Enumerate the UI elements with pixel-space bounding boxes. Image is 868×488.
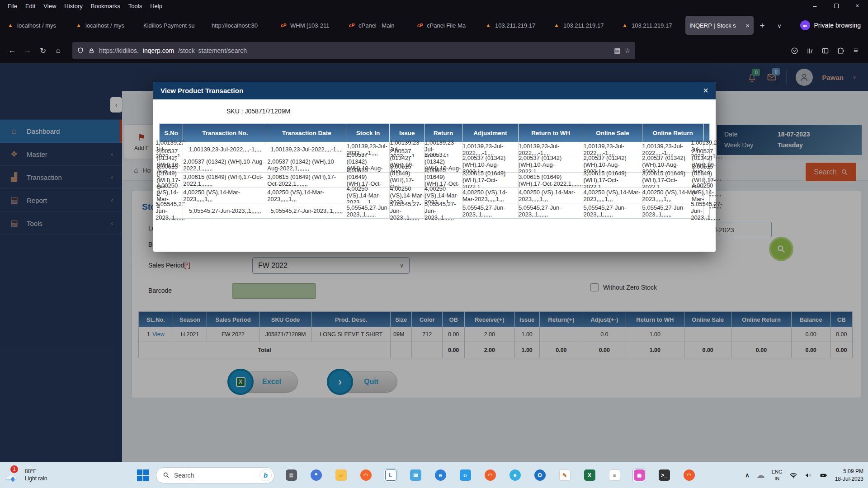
browser-tab[interactable]: cPanel - Main	[344, 16, 412, 35]
menu-item[interactable]: File	[4, 2, 21, 10]
page-viewport: 0 0 Pawan ∨ ⌂ Dashboard	[0, 63, 868, 462]
tray-chevron-up-icon[interactable]: ∧	[745, 472, 750, 479]
browser-tab[interactable]: WHM [103-211	[276, 16, 344, 35]
menu-item[interactable]: History	[60, 2, 86, 10]
tab-title: cPanel - Main	[359, 22, 405, 29]
taskbar-app-button[interactable]: O	[533, 469, 547, 482]
system-tray: ∧ ☁ ENG IN 5:09 PM 18-Jul-2023	[745, 462, 863, 488]
edge-icon: e	[435, 469, 446, 481]
tab-bar: localhost / mys localhost / mys Kidilios…	[0, 12, 868, 38]
menu-item[interactable]: Edit	[21, 2, 39, 10]
condition: Light rain	[25, 475, 47, 482]
tab-list-button[interactable]: ∨	[772, 18, 787, 33]
bing-icon[interactable]: b	[259, 469, 272, 481]
forward-button[interactable]: →	[20, 43, 35, 58]
tab-favicon	[348, 23, 355, 28]
transaction-table-cell: 5,05545,27-Jun-2023,,1,,,,,,	[390, 203, 425, 219]
volume-icon[interactable]	[804, 471, 812, 479]
url-bar[interactable]: https://kidilios.inqerp.com/stock_statem…	[72, 42, 635, 59]
browser-tab[interactable]: 103.211.219.17	[617, 16, 685, 35]
notepad-icon: ≡	[609, 469, 620, 481]
battery-icon[interactable]	[819, 471, 828, 479]
extensions-puzzle-icon[interactable]	[833, 43, 848, 58]
new-tab-button[interactable]: +	[755, 18, 770, 33]
weather-widget[interactable]: ☁ 1 88°F Light rain	[5, 462, 47, 488]
taskbar-app-button[interactable]: ◠	[483, 469, 497, 482]
wifi-icon[interactable]	[789, 471, 797, 479]
taskbar-app-button[interactable]: ≡	[608, 469, 621, 482]
transaction-header-cell: Online Sale	[583, 124, 642, 142]
close-window-button[interactable]: ×	[847, 0, 868, 12]
home-button[interactable]: ⌂	[51, 43, 66, 58]
transaction-header-cell: Transaction Date	[267, 124, 346, 142]
taskbar-app-button[interactable]: e	[508, 469, 522, 482]
close-icon[interactable]: ×	[703, 85, 708, 96]
start-button[interactable]	[135, 468, 151, 483]
menu-item[interactable]: View	[39, 2, 60, 10]
firefox-icon: ◠	[360, 469, 372, 481]
browser-tab[interactable]: 103.211.219.17	[481, 16, 549, 35]
pocket-icon[interactable]	[787, 43, 802, 58]
browser-tab[interactable]: http://localhost:30	[208, 16, 276, 35]
tab-favicon	[621, 22, 628, 28]
taskbar-app-button[interactable]: ◠	[359, 469, 373, 482]
private-browsing-label: Private browsing	[814, 22, 861, 29]
shield-icon[interactable]	[77, 47, 84, 54]
taskbar-search[interactable]: Search b	[156, 467, 274, 483]
browser-tab[interactable]: INQERP | Stock s ×	[685, 16, 754, 35]
modal-title: View Product Transaction	[160, 87, 243, 94]
tab-favicon	[75, 22, 82, 28]
private-browsing-badge: ∞ Private browsing	[800, 20, 861, 30]
taskbar-app-button[interactable]: >_	[657, 469, 671, 482]
back-button[interactable]: ←	[5, 43, 20, 58]
search-icon	[163, 472, 170, 479]
taskbar-app-button[interactable]: ◠	[682, 469, 696, 482]
menu-item[interactable]: Bookmarks	[87, 2, 124, 10]
language-indicator[interactable]: ENG IN	[772, 469, 783, 482]
taskbar-app-button[interactable]: ▰	[334, 469, 348, 482]
tab-title: INQERP | Stock s	[689, 22, 742, 29]
taskbar-app-button[interactable]: ✉	[409, 469, 422, 482]
transaction-table-cell: 1,00139,23-Jul-2022,,,,-1,,,,	[183, 142, 267, 157]
tab-title: localhost / mys	[85, 22, 132, 29]
browser-tab[interactable]: cPanel File Ma	[412, 16, 481, 35]
menu-hamburger-icon[interactable]: ≡	[848, 43, 863, 58]
clock-widget[interactable]: 5:09 PM 18-Jul-2023	[835, 468, 863, 483]
taskbar-app-button[interactable]: L	[384, 469, 397, 482]
menu-item[interactable]: Tools	[124, 2, 146, 10]
browser-tab[interactable]: Kidilios Payment su	[139, 16, 208, 35]
reload-button[interactable]: ↻	[35, 43, 51, 58]
transaction-table-cell: 5,05545,27-Jun-2023,,1,,,,,,	[425, 203, 462, 219]
taskbar-app-button[interactable]: ≣	[284, 469, 298, 482]
reader-mode-icon[interactable]: ▤	[614, 47, 620, 55]
browser-tab[interactable]: localhost / mys	[3, 16, 71, 35]
edge-dev-icon: e	[509, 469, 521, 481]
taskbar-app-button[interactable]: ◉	[632, 469, 646, 482]
transaction-table-cell: 5,05545,27-Jun-2023,,1,,,,,,	[346, 203, 390, 219]
minimize-button[interactable]: –	[804, 0, 826, 12]
taskbar-app-button[interactable]: X	[583, 469, 596, 482]
windows-taskbar: ☁ 1 88°F Light rain Search b ≣ ❝	[0, 462, 868, 488]
onedrive-cloud-icon[interactable]: ☁	[756, 470, 765, 480]
tray-time: 5:09 PM	[843, 468, 863, 474]
transaction-table-body: 1,00139,23-Jul-2022,,,,-1,,,,1,00139,23-…	[160, 142, 709, 219]
taskbar-app-button[interactable]: ❝	[309, 469, 323, 482]
language-bottom: IN	[774, 476, 779, 481]
lock-icon[interactable]	[88, 47, 95, 54]
library-icon[interactable]	[802, 43, 817, 58]
browser-tab[interactable]: 103.211.219.17	[549, 16, 617, 35]
bookmark-star-icon[interactable]: ☆	[625, 47, 631, 55]
tab-close-icon[interactable]: ×	[745, 22, 750, 29]
browser-chrome: FileEditViewHistoryBookmarksToolsHelp – …	[0, 0, 868, 63]
opera-icon: O	[534, 469, 546, 481]
transaction-table-cell: 3,00615 (01649) (WH),17-Oct-2022,1,,,,,,…	[267, 173, 346, 188]
browser-tab[interactable]: localhost / mys	[71, 16, 139, 35]
menu-item[interactable]: Help	[146, 2, 166, 10]
menubar: FileEditViewHistoryBookmarksToolsHelp – …	[0, 0, 868, 12]
restore-button[interactable]	[826, 0, 847, 12]
taskbar-app-button[interactable]: ✎	[558, 469, 571, 482]
taskbar-app-button[interactable]: ‹›	[458, 469, 472, 482]
taskbar-app-button[interactable]: e	[434, 469, 447, 482]
url-path: /stock_statement/search	[178, 47, 247, 54]
sidebar-toggle-icon[interactable]	[817, 43, 833, 58]
